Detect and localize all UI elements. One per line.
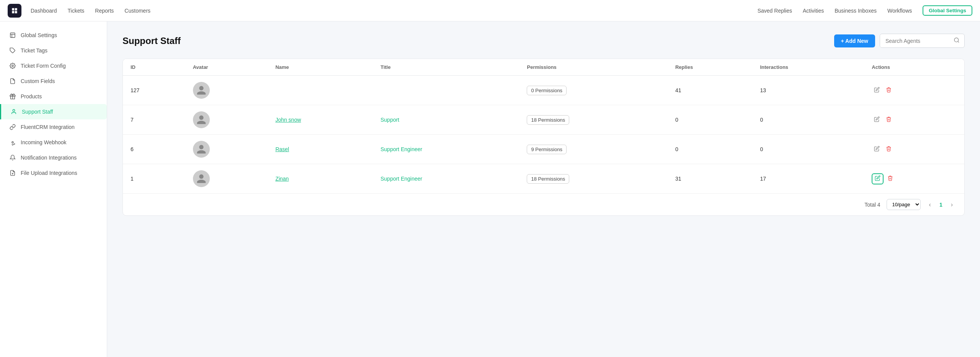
delete-button[interactable] [885, 174, 895, 184]
sidebar-item-label: Incoming Webhook [21, 139, 67, 145]
nav-business-inboxes[interactable]: Business Inboxes [835, 8, 877, 14]
sidebar-item-label: Ticket Tags [21, 47, 47, 54]
edit-button[interactable] [872, 85, 882, 96]
col-id: ID [123, 59, 185, 76]
search-input[interactable] [880, 35, 949, 47]
staff-title: Support Engineer [381, 146, 422, 152]
permissions-badge: 0 Permissions [527, 86, 567, 95]
app-logo[interactable] [8, 4, 21, 18]
search-button[interactable] [949, 34, 964, 47]
svg-point-8 [12, 142, 13, 143]
webhook-icon [9, 139, 16, 146]
settings-icon [9, 62, 16, 69]
cell-name [268, 76, 373, 105]
global-settings-button[interactable]: Global Settings [923, 5, 972, 16]
top-navbar: Dashboard Tickets Reports Customers Save… [0, 0, 980, 21]
staff-title: Support [381, 117, 399, 123]
pagination-row: Total 4 10/page ‹ 1 › [123, 193, 964, 215]
staff-name-link[interactable]: John snow [275, 117, 301, 123]
sidebar-item-ticket-tags[interactable]: Ticket Tags [0, 43, 107, 58]
cell-name: Zinan [268, 164, 373, 194]
svg-point-7 [13, 109, 15, 111]
sidebar-item-custom-fields[interactable]: Custom Fields [0, 73, 107, 89]
link-icon [9, 124, 16, 130]
table-row: 1 Zinan Support Engineer 18 Permissions … [123, 164, 964, 194]
cell-title: Support [373, 105, 519, 135]
add-new-button[interactable]: + Add New [834, 34, 875, 47]
permissions-badge: 9 Permissions [527, 145, 567, 154]
cell-interactions: 0 [752, 135, 864, 164]
cell-id: 1 [123, 164, 185, 194]
cell-interactions: 17 [752, 164, 864, 194]
delete-button[interactable] [884, 144, 894, 155]
sidebar-item-notification-integrations[interactable]: Notification Integrations [0, 150, 107, 165]
permissions-badge: 18 Permissions [527, 115, 569, 125]
edit-button[interactable] [872, 173, 884, 184]
sidebar-item-label: Products [21, 93, 42, 99]
user-icon [10, 108, 17, 115]
page-title: Support Staff [122, 36, 181, 46]
sidebar-item-label: Ticket Form Config [21, 63, 66, 69]
main-content: Support Staff + Add New ID Avatar Name [107, 21, 980, 357]
table-header-row: ID Avatar Name Title Permissions Replies… [123, 59, 964, 76]
cell-actions [864, 105, 964, 135]
sidebar: Global Settings Ticket Tags Ticket Form … [0, 21, 107, 357]
avatar [193, 170, 210, 187]
avatar [193, 141, 210, 158]
staff-table-container: ID Avatar Name Title Permissions Replies… [122, 59, 965, 216]
svg-line-12 [958, 41, 959, 42]
cell-title [373, 76, 519, 105]
sidebar-item-ticket-form-config[interactable]: Ticket Form Config [0, 58, 107, 73]
cell-actions [864, 135, 964, 164]
edit-button[interactable] [872, 144, 882, 155]
cell-title: Support Engineer [373, 135, 519, 164]
bell-icon [9, 154, 16, 161]
cell-permissions: 18 Permissions [519, 105, 667, 135]
sidebar-item-global-settings[interactable]: Global Settings [0, 28, 107, 43]
staff-name-link[interactable]: Zinan [275, 176, 289, 182]
sidebar-item-fluentcrm-integration[interactable]: FluentCRM Integration [0, 119, 107, 135]
col-replies: Replies [668, 59, 752, 76]
staff-name-link[interactable]: Rasel [275, 146, 289, 152]
cell-interactions: 13 [752, 76, 864, 105]
col-name: Name [268, 59, 373, 76]
cell-name: John snow [268, 105, 373, 135]
edit-button[interactable] [872, 115, 882, 125]
sidebar-item-label: Notification Integrations [21, 155, 77, 161]
next-page-button[interactable]: › [949, 201, 955, 209]
table-row: 127 0 Permissions 41 13 [123, 76, 964, 105]
gift-icon [9, 93, 16, 100]
cell-permissions: 18 Permissions [519, 164, 667, 194]
nav-dashboard[interactable]: Dashboard [31, 8, 57, 14]
total-count: Total 4 [864, 202, 880, 208]
sidebar-item-products[interactable]: Products [0, 89, 107, 104]
nav-workflows[interactable]: Workflows [887, 8, 912, 14]
delete-button[interactable] [884, 115, 894, 125]
staff-title: Support Engineer [381, 176, 422, 182]
nav-saved-replies[interactable]: Saved Replies [758, 8, 792, 14]
sidebar-item-support-staff[interactable]: Support Staff [0, 104, 107, 119]
delete-button[interactable] [884, 85, 894, 96]
prev-page-button[interactable]: ‹ [927, 201, 933, 209]
sidebar-item-label: File Upload Integrations [21, 170, 77, 176]
col-actions: Actions [864, 59, 964, 76]
nav-tickets[interactable]: Tickets [68, 8, 85, 14]
per-page-select[interactable]: 10/page [887, 199, 921, 210]
table-row: 7 John snow Support 18 Permissions 0 0 [123, 105, 964, 135]
nav-customers[interactable]: Customers [124, 8, 150, 14]
svg-point-11 [954, 38, 959, 42]
cell-avatar [185, 76, 268, 105]
cell-replies: 41 [668, 76, 752, 105]
avatar [193, 111, 210, 128]
sidebar-item-file-upload-integrations[interactable]: File Upload Integrations [0, 165, 107, 181]
cell-actions [864, 76, 964, 105]
nav-reports[interactable]: Reports [95, 8, 114, 14]
sidebar-item-incoming-webhook[interactable]: Incoming Webhook [0, 135, 107, 150]
svg-point-4 [12, 65, 13, 67]
avatar [193, 82, 210, 99]
cell-avatar [185, 135, 268, 164]
nav-right: Saved Replies Activities Business Inboxe… [758, 5, 972, 16]
nav-activities[interactable]: Activities [803, 8, 824, 14]
header-right: + Add New [834, 34, 965, 48]
cell-id: 127 [123, 76, 185, 105]
